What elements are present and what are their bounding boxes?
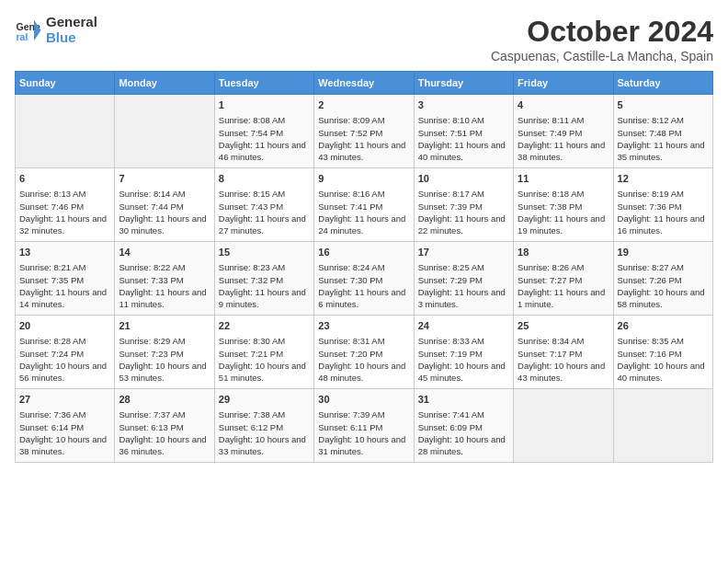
day-number: 3 (418, 98, 509, 112)
day-number: 30 (318, 393, 409, 407)
page-header: Gene ral General Blue October 2024 Caspu… (15, 15, 713, 63)
calendar-week-row: 27Sunrise: 7:36 AMSunset: 6:14 PMDayligh… (16, 389, 713, 463)
sunrise: Sunrise: 7:41 AM (418, 409, 484, 419)
sunrise: Sunrise: 8:09 AM (318, 115, 384, 125)
sunrise: Sunrise: 7:38 AM (219, 409, 285, 419)
title-section: October 2024 Caspuenas, Castille-La Manc… (491, 15, 713, 63)
sunset: Sunset: 7:36 PM (618, 201, 682, 212)
sunrise: Sunrise: 8:23 AM (219, 262, 285, 272)
sunrise: Sunrise: 8:34 AM (518, 336, 584, 346)
sunrise: Sunrise: 8:28 AM (19, 336, 85, 346)
daylight: Daylight: 10 hours and 56 minutes. (19, 361, 107, 383)
sunrise: Sunrise: 8:10 AM (418, 115, 484, 125)
day-number: 14 (119, 246, 210, 259)
header-saturday: Saturday (613, 72, 712, 95)
sunset: Sunset: 7:30 PM (318, 275, 382, 285)
daylight: Daylight: 10 hours and 53 minutes. (119, 361, 206, 383)
sunset: Sunset: 7:32 PM (219, 275, 283, 285)
day-number: 31 (418, 393, 509, 407)
calendar-week-row: 6Sunrise: 8:13 AMSunset: 7:46 PMDaylight… (16, 168, 713, 242)
sunset: Sunset: 7:41 PM (318, 201, 382, 212)
daylight: Daylight: 10 hours and 43 minutes. (518, 361, 605, 383)
sunset: Sunset: 7:51 PM (418, 128, 483, 138)
sunset: Sunset: 6:11 PM (318, 422, 382, 432)
sunset: Sunset: 7:49 PM (518, 128, 582, 138)
month-title: October 2024 (491, 15, 713, 49)
day-number: 22 (219, 319, 310, 333)
header-friday: Friday (514, 72, 613, 95)
day-number: 4 (518, 98, 609, 112)
table-row: 24Sunrise: 8:33 AMSunset: 7:19 PMDayligh… (414, 316, 513, 389)
daylight: Daylight: 11 hours and 27 minutes. (219, 213, 306, 236)
daylight: Daylight: 10 hours and 33 minutes. (219, 434, 306, 456)
daylight: Daylight: 10 hours and 58 minutes. (618, 287, 705, 309)
sunrise: Sunrise: 8:13 AM (19, 189, 85, 199)
svg-text:ral: ral (17, 30, 28, 41)
table-row: 2Sunrise: 8:09 AMSunset: 7:52 PMDaylight… (314, 95, 414, 168)
sunrise: Sunrise: 8:12 AM (618, 115, 684, 125)
table-row: 13Sunrise: 8:21 AMSunset: 7:35 PMDayligh… (16, 242, 115, 316)
table-row: 8Sunrise: 8:15 AMSunset: 7:43 PMDaylight… (214, 168, 313, 242)
table-row: 4Sunrise: 8:11 AMSunset: 7:49 PMDaylight… (514, 95, 613, 168)
day-number: 24 (418, 319, 509, 333)
day-number: 29 (219, 393, 310, 407)
table-row: 31Sunrise: 7:41 AMSunset: 6:09 PMDayligh… (414, 389, 513, 463)
sunset: Sunset: 7:17 PM (518, 349, 582, 359)
table-row: 17Sunrise: 8:25 AMSunset: 7:29 PMDayligh… (414, 242, 513, 316)
header-wednesday: Wednesday (314, 72, 414, 95)
table-row: 27Sunrise: 7:36 AMSunset: 6:14 PMDayligh… (16, 389, 115, 463)
sunset: Sunset: 7:35 PM (19, 275, 84, 285)
day-number: 11 (518, 172, 609, 186)
table-row: 28Sunrise: 7:37 AMSunset: 6:13 PMDayligh… (115, 389, 214, 463)
sunrise: Sunrise: 7:37 AM (119, 409, 185, 419)
header-thursday: Thursday (414, 72, 513, 95)
table-row: 14Sunrise: 8:22 AMSunset: 7:33 PMDayligh… (115, 242, 214, 316)
day-number: 5 (618, 98, 709, 112)
sunrise: Sunrise: 8:22 AM (119, 262, 185, 272)
sunrise: Sunrise: 8:33 AM (418, 336, 484, 346)
sunrise: Sunrise: 8:29 AM (119, 336, 185, 346)
daylight: Daylight: 11 hours and 14 minutes. (19, 287, 107, 309)
sunrise: Sunrise: 8:11 AM (518, 115, 584, 125)
location: Caspuenas, Castille-La Mancha, Spain (491, 49, 713, 63)
daylight: Daylight: 11 hours and 11 minutes. (119, 287, 206, 309)
day-number: 16 (318, 246, 409, 259)
sunset: Sunset: 7:48 PM (618, 128, 682, 138)
table-row (613, 389, 712, 463)
sunset: Sunset: 7:23 PM (119, 349, 183, 359)
daylight: Daylight: 11 hours and 16 minutes. (618, 213, 705, 236)
sunset: Sunset: 6:14 PM (19, 422, 84, 432)
sunrise: Sunrise: 8:14 AM (119, 189, 185, 199)
sunrise: Sunrise: 8:16 AM (318, 189, 384, 199)
day-number: 2 (318, 98, 409, 112)
sunset: Sunset: 7:38 PM (518, 201, 582, 212)
table-row (16, 95, 115, 168)
sunset: Sunset: 7:43 PM (219, 201, 283, 212)
day-number: 17 (418, 246, 509, 259)
daylight: Daylight: 11 hours and 6 minutes. (318, 287, 405, 309)
sunset: Sunset: 7:16 PM (618, 349, 682, 359)
table-row (115, 95, 214, 168)
sunrise: Sunrise: 8:15 AM (219, 189, 285, 199)
table-row: 19Sunrise: 8:27 AMSunset: 7:26 PMDayligh… (613, 242, 712, 316)
sunset: Sunset: 6:09 PM (418, 422, 483, 432)
daylight: Daylight: 11 hours and 1 minute. (518, 287, 605, 309)
table-row: 26Sunrise: 8:35 AMSunset: 7:16 PMDayligh… (613, 316, 712, 389)
logo-icon: Gene ral (15, 17, 42, 44)
daylight: Daylight: 11 hours and 38 minutes. (518, 140, 605, 162)
daylight: Daylight: 11 hours and 43 minutes. (318, 140, 405, 162)
day-number: 13 (19, 246, 110, 259)
sunset: Sunset: 6:12 PM (219, 422, 283, 432)
table-row: 15Sunrise: 8:23 AMSunset: 7:32 PMDayligh… (214, 242, 313, 316)
calendar-header-row: Sunday Monday Tuesday Wednesday Thursday… (16, 72, 713, 95)
table-row: 25Sunrise: 8:34 AMSunset: 7:17 PMDayligh… (514, 316, 613, 389)
calendar-table: Sunday Monday Tuesday Wednesday Thursday… (15, 71, 713, 463)
day-number: 21 (119, 319, 210, 333)
day-number: 23 (318, 319, 409, 333)
table-row: 16Sunrise: 8:24 AMSunset: 7:30 PMDayligh… (314, 242, 414, 316)
daylight: Daylight: 10 hours and 38 minutes. (19, 434, 107, 456)
day-number: 26 (618, 319, 709, 333)
day-number: 8 (219, 172, 310, 186)
header-monday: Monday (115, 72, 214, 95)
daylight: Daylight: 11 hours and 32 minutes. (19, 213, 107, 236)
